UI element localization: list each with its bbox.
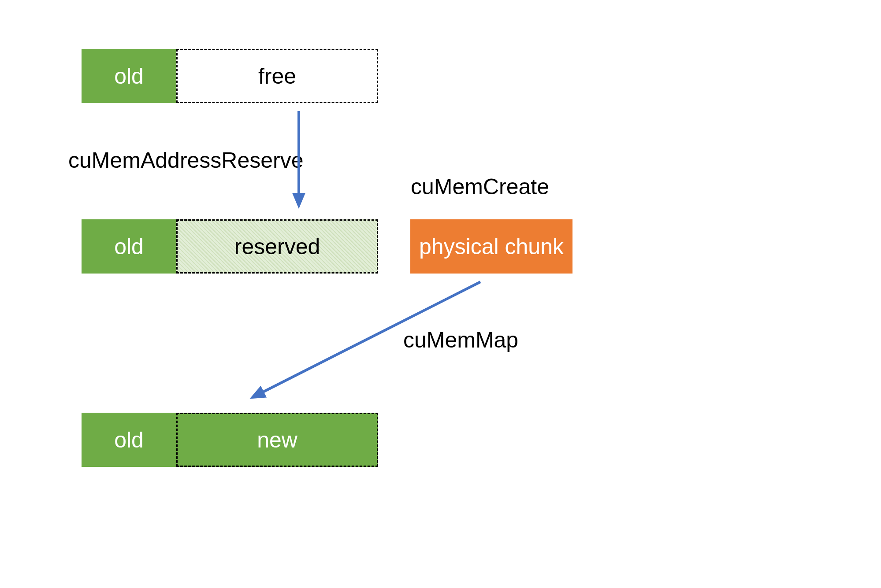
- create-label: cuMemCreate: [411, 174, 549, 200]
- old-label-1: old: [114, 63, 144, 89]
- free-label: free: [258, 63, 296, 89]
- old-block-3: old: [82, 413, 176, 467]
- physical-chunk-block: physical chunk: [410, 219, 572, 274]
- map-label: cuMemMap: [403, 327, 518, 353]
- new-label: new: [257, 427, 297, 453]
- old-label-2: old: [114, 234, 144, 259]
- reserved-block: reserved: [176, 219, 378, 274]
- physical-chunk-label: physical chunk: [419, 234, 564, 259]
- reserve-label: cuMemAddressReserve: [68, 148, 304, 173]
- free-block: free: [176, 49, 378, 103]
- old-label-3: old: [114, 427, 144, 453]
- reserved-label: reserved: [234, 234, 320, 259]
- new-block: new: [176, 413, 378, 467]
- arrow-down-icon: [288, 111, 310, 211]
- old-block-1: old: [82, 49, 176, 103]
- old-block-2: old: [82, 219, 176, 274]
